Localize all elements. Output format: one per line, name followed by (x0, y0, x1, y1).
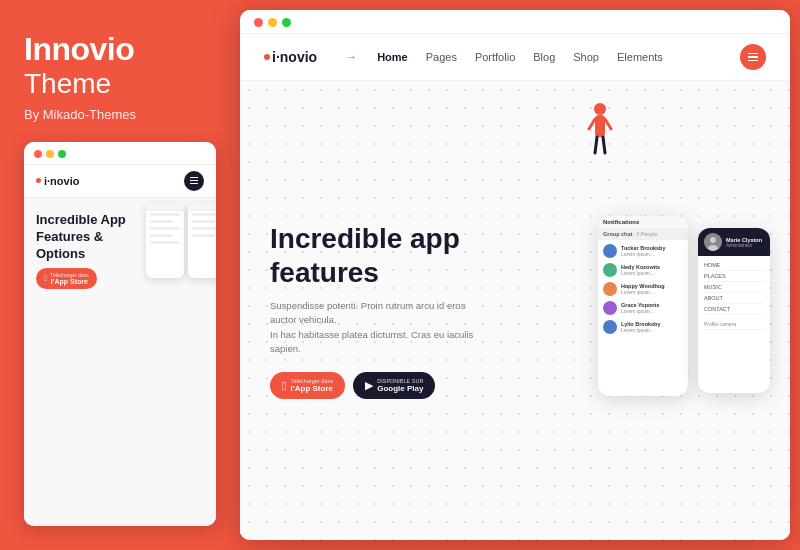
profile-name: Marie Clyston (726, 237, 762, 243)
hero-text-block: Incredible app features Suspendisse pote… (270, 222, 480, 399)
mini-logo: i·novio (36, 175, 79, 187)
mini-phone-line-6 (192, 213, 216, 216)
profile-info: Marie Clyston Administrator (726, 237, 762, 248)
chat-avatar-4 (603, 301, 617, 315)
mini-hero: Incredible App Features & Options  Télé… (24, 198, 216, 526)
profile-menu-home: HOME (704, 260, 764, 271)
svg-line-2 (589, 119, 595, 129)
hero-section: Incredible app features Suspendisse pote… (240, 81, 790, 540)
google-label-top: DISPONIBLE SUR (377, 378, 423, 384)
svg-line-4 (595, 137, 597, 153)
apple-icon:  (44, 274, 47, 283)
svg-point-8 (708, 245, 718, 251)
chat-info-2: Hedy Kozowits Lorem ipsum... (621, 264, 683, 276)
mini-phone-line-5 (150, 241, 180, 244)
chat-msg-2: Lorem ipsum... (621, 270, 683, 276)
mini-hamburger-icon[interactable] (184, 171, 204, 191)
google-play-button[interactable]: ▶ DISPONIBLE SUR Google Play (353, 372, 435, 399)
dot-yellow-icon (46, 150, 54, 158)
site-logo: i·novio (264, 49, 317, 65)
mini-phone-line-7 (192, 220, 215, 223)
hero-title: Incredible app features (270, 222, 480, 289)
google-play-icon: ▶ (365, 379, 373, 392)
mini-browser-mockup: i·novio Incredible App Features & Option… (24, 142, 216, 526)
nav-arrow-icon: → (345, 50, 357, 64)
nav-pages[interactable]: Pages (426, 51, 457, 63)
profile-menu-contact: CONTACT (704, 304, 764, 315)
mini-appstore-label-top: Télécharger dans (50, 272, 89, 278)
mini-phone-1 (146, 203, 184, 278)
notifications-title: Notifications (598, 216, 688, 228)
appstore-label-top: Télécharger dans (290, 378, 333, 384)
browser-window: i·novio → Home Pages Portfolio Blog Shop… (240, 10, 790, 540)
google-label-main: Google Play (377, 384, 423, 393)
chat-info-1: Tucker Brooksby Lorem ipsum... (621, 245, 683, 257)
apple-store-icon:  (282, 379, 286, 393)
nav-links: Home Pages Portfolio Blog Shop Elements (377, 51, 720, 63)
mini-hero-title: Incredible App Features & Options (36, 212, 136, 263)
nav-blog[interactable]: Blog (533, 51, 555, 63)
phone-notifications: Notifications Group chat 4 People Tucker… (598, 216, 688, 396)
nav-elements[interactable]: Elements (617, 51, 663, 63)
nav-portfolio[interactable]: Portfolio (475, 51, 515, 63)
chat-avatar-5 (603, 320, 617, 334)
chat-info-3: Happy Woodhug Lorem ipsum... (621, 283, 683, 295)
site-logo-dot (264, 54, 270, 60)
browser-dot-yellow (268, 18, 277, 27)
browser-dot-red (254, 18, 263, 27)
dot-green-icon (58, 150, 66, 158)
mini-logo-dot (36, 178, 41, 183)
browser-content: i·novio → Home Pages Portfolio Blog Shop… (240, 34, 790, 540)
profile-camera-label: Profile camera (704, 319, 764, 330)
brand-title-main: Innovio (24, 32, 216, 67)
browser-bar (240, 10, 790, 34)
mini-browser-bar (24, 142, 216, 165)
dot-red-icon (34, 150, 42, 158)
right-panel: i·novio → Home Pages Portfolio Blog Shop… (240, 0, 800, 550)
brand-title-sub: Theme (24, 67, 216, 101)
chat-avatar-1 (603, 244, 617, 258)
nav-shop[interactable]: Shop (573, 51, 599, 63)
profile-role: Administrator (726, 243, 762, 248)
phone-profile: Marie Clyston Administrator HOME PLACES … (698, 228, 770, 393)
mini-phones-illustration (146, 203, 216, 278)
mini-phone-header (146, 203, 184, 211)
nav-home[interactable]: Home (377, 51, 408, 63)
profile-menu-music: MUSIC (704, 282, 764, 293)
phone-mockups: Notifications Group chat 4 People Tucker… (598, 91, 770, 530)
profile-avatar (704, 233, 722, 251)
browser-dot-green (282, 18, 291, 27)
profile-menu-places: PLACES (704, 271, 764, 282)
svg-point-7 (710, 237, 716, 243)
mini-phone-2 (188, 203, 216, 278)
chat-item-4: Grace Yoponts Lorem ipsum... (603, 301, 683, 315)
group-chat-label: Group chat (603, 231, 632, 237)
mini-phone-line-4 (150, 234, 173, 237)
mini-phone-line-2 (150, 220, 173, 223)
chat-item-1: Tucker Brooksby Lorem ipsum... (603, 244, 683, 258)
appstore-label-main: l'App Store (290, 384, 333, 393)
profile-menu-about: ABOUT (704, 293, 764, 304)
hero-description: Suspendisse potenti. Proin rutrum arcu i… (270, 299, 480, 356)
chat-info-5: Lylio Brooksby Lorem ipsum... (621, 321, 683, 333)
mini-phone-line-9 (192, 234, 215, 237)
chat-avatar-2 (603, 263, 617, 277)
chat-msg-1: Lorem ipsum... (621, 251, 683, 257)
left-panel: Innovio Theme By Mikado-Themes i·novio I… (0, 0, 240, 550)
mini-phone-line-1 (150, 213, 180, 216)
chat-msg-3: Lorem ipsum... (621, 289, 683, 295)
mini-content: i·novio Incredible App Features & Option… (24, 165, 216, 526)
site-nav: i·novio → Home Pages Portfolio Blog Shop… (240, 34, 790, 81)
profile-header: Marie Clyston Administrator (698, 228, 770, 256)
mini-phone-header-2 (188, 203, 216, 211)
chat-msg-4: Lorem ipsum... (621, 308, 683, 314)
appstore-button[interactable]:  Télécharger dans l'App Store (270, 372, 345, 399)
mini-appstore-button[interactable]:  Télécharger dans l'App Store (36, 268, 97, 289)
mini-appstore-label: l'App Store (50, 278, 89, 285)
mini-nav: i·novio (24, 165, 216, 198)
nav-hamburger-button[interactable] (740, 44, 766, 70)
chat-msg-5: Lorem ipsum... (621, 327, 683, 333)
chat-item-3: Happy Woodhug Lorem ipsum... (603, 282, 683, 296)
group-count: 4 People (636, 231, 658, 237)
brand-by: By Mikado-Themes (24, 107, 216, 122)
